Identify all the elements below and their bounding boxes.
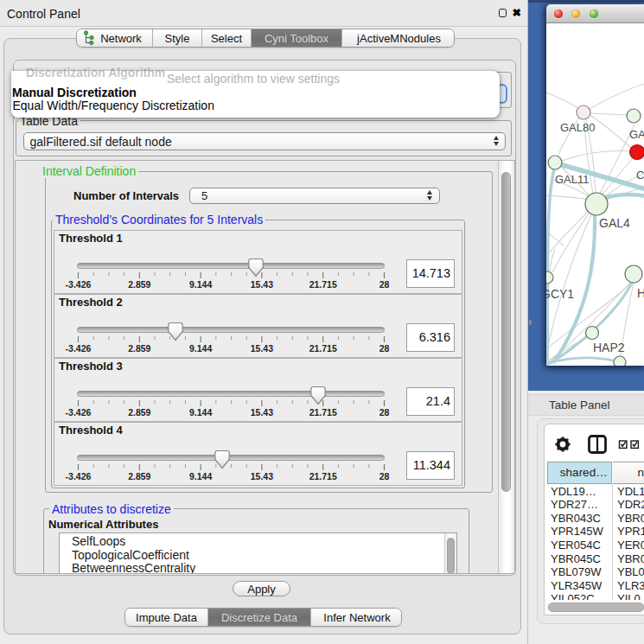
- svg-text:28: 28: [379, 471, 390, 481]
- svg-text:15.43: 15.43: [251, 471, 273, 481]
- svg-text:HAP2: HAP2: [593, 341, 625, 354]
- svg-text:9.144: 9.144: [189, 343, 212, 354]
- svg-text:GAL11: GAL11: [555, 173, 590, 186]
- svg-text:15.43: 15.43: [251, 343, 273, 354]
- svg-text:28: 28: [379, 407, 390, 418]
- svg-text:2.859: 2.859: [128, 407, 150, 418]
- svg-text:H: H: [637, 286, 644, 300]
- svg-text:9.144: 9.144: [189, 471, 212, 481]
- svg-text:-3.426: -3.426: [66, 343, 92, 354]
- svg-text:GAL4: GAL4: [599, 216, 630, 230]
- svg-text:28: 28: [379, 279, 390, 290]
- svg-text:21.715: 21.715: [309, 407, 337, 418]
- svg-text:GAL80: GAL80: [560, 121, 595, 134]
- svg-text:C: C: [636, 169, 644, 182]
- svg-text:2.859: 2.859: [128, 343, 150, 354]
- svg-text:2.859: 2.859: [128, 471, 150, 481]
- svg-text:-3.426: -3.426: [66, 407, 92, 418]
- svg-text:21.715: 21.715: [309, 279, 337, 290]
- svg-text:15.43: 15.43: [251, 407, 273, 418]
- svg-text:28: 28: [379, 343, 390, 354]
- svg-text:2.859: 2.859: [128, 279, 150, 290]
- svg-text:9.144: 9.144: [189, 279, 212, 290]
- svg-text:-3.426: -3.426: [66, 279, 92, 290]
- svg-text:21.715: 21.715: [309, 471, 337, 481]
- svg-text:-3.426: -3.426: [66, 471, 92, 481]
- svg-text:9.144: 9.144: [189, 407, 212, 418]
- svg-text:21.715: 21.715: [309, 343, 337, 354]
- svg-text:GCY1: GCY1: [546, 287, 574, 301]
- svg-text:GA: GA: [629, 128, 644, 141]
- svg-text:15.43: 15.43: [251, 279, 273, 290]
